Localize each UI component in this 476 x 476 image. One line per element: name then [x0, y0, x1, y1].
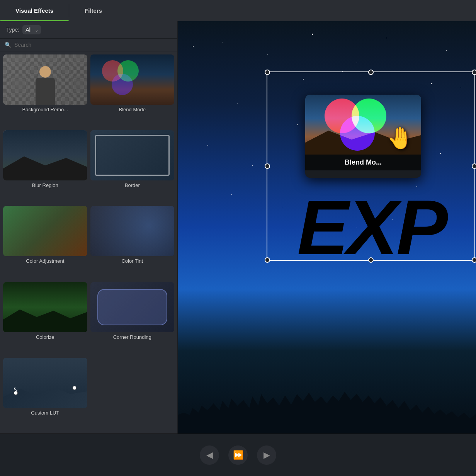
- effects-grid: Background Remo... Blend Mode: [0, 51, 177, 434]
- thumb-blend-mode: [90, 54, 175, 105]
- effect-item-corner-rounding[interactable]: Corner Rounding: [90, 282, 175, 355]
- tab-visual-effects[interactable]: Visual Effects: [0, 0, 69, 21]
- tab-visual-effects-label: Visual Effects: [15, 7, 53, 14]
- thumb-background-removal: [3, 54, 87, 105]
- effect-label-blend-mode: Blend Mode: [119, 107, 146, 115]
- type-bar: Type: All: [0, 21, 177, 39]
- type-select-wrapper[interactable]: All: [22, 25, 41, 34]
- effect-item-blur-region[interactable]: Blur Region: [3, 130, 87, 203]
- thumb-color-adjustment: [3, 206, 87, 256]
- svg-point-1: [73, 386, 76, 390]
- blend-popup-image: 🤚: [305, 95, 421, 155]
- effect-label-colorize: Colorize: [36, 334, 54, 342]
- search-icon: 🔍: [5, 42, 11, 48]
- thumb-blur-region: [3, 130, 87, 180]
- curve-svg: [3, 358, 87, 408]
- effect-label-background-removal: Background Remo...: [22, 107, 68, 115]
- thumb-color-tint: [90, 206, 175, 256]
- bottom-bar: ◀ ⏩ ▶: [0, 434, 476, 476]
- step-forward-button[interactable]: ⏩: [228, 445, 248, 465]
- person-silhouette: [34, 66, 57, 105]
- play-icon: ▶: [264, 450, 270, 460]
- effect-item-color-tint[interactable]: Color Tint: [90, 206, 175, 279]
- prev-frame-icon: ◀: [206, 450, 213, 460]
- preview-canvas: EXP: [178, 21, 476, 434]
- tab-filters[interactable]: Filters: [69, 0, 117, 21]
- main-content: Type: All 🔍: [0, 21, 476, 434]
- effect-item-color-adjustment[interactable]: Color Adjustment: [3, 206, 87, 279]
- effect-item-border[interactable]: Border: [90, 130, 175, 203]
- effect-item-colorize[interactable]: Colorize: [3, 282, 87, 355]
- search-input[interactable]: [14, 42, 173, 48]
- sidebar: Type: All 🔍: [0, 21, 178, 434]
- blend-mode-popup: 🤚 Blend Mo...: [305, 95, 421, 178]
- cursor-arrow: ↖: [13, 386, 18, 393]
- preview-text: EXP: [297, 189, 446, 266]
- effect-label-color-adjustment: Color Adjustment: [26, 258, 64, 266]
- search-bar: 🔍: [0, 39, 177, 51]
- type-select[interactable]: All: [22, 25, 41, 34]
- thumb-border: [90, 130, 175, 180]
- tab-filters-label: Filters: [85, 7, 102, 14]
- type-label: Type:: [6, 27, 19, 33]
- effect-label-border: Border: [125, 182, 140, 190]
- prev-frame-button[interactable]: ◀: [200, 445, 219, 465]
- preview-area: EXP: [178, 21, 476, 434]
- effect-label-blur-region: Blur Region: [32, 182, 58, 190]
- effect-item-curve[interactable]: ↖ Custom LUT: [3, 358, 87, 430]
- thumb-corner-rounding: [90, 282, 175, 332]
- thumb-colorize: [3, 282, 87, 332]
- hand-cursor-icon: 🤚: [387, 126, 413, 151]
- effect-label-color-tint: Color Tint: [121, 258, 143, 266]
- blend-popup-label: Blend Mo...: [305, 155, 421, 170]
- tab-bar: Visual Effects Filters: [0, 0, 476, 21]
- effect-item-blend-mode[interactable]: Blend Mode: [90, 54, 175, 127]
- step-forward-icon: ⏩: [233, 450, 243, 460]
- effect-label-curve: Custom LUT: [31, 410, 59, 418]
- play-button[interactable]: ▶: [257, 445, 276, 465]
- thumb-curve: ↖: [3, 358, 87, 408]
- effect-label-corner-rounding: Corner Rounding: [113, 334, 151, 342]
- effect-item-background-removal[interactable]: Background Remo...: [3, 54, 87, 127]
